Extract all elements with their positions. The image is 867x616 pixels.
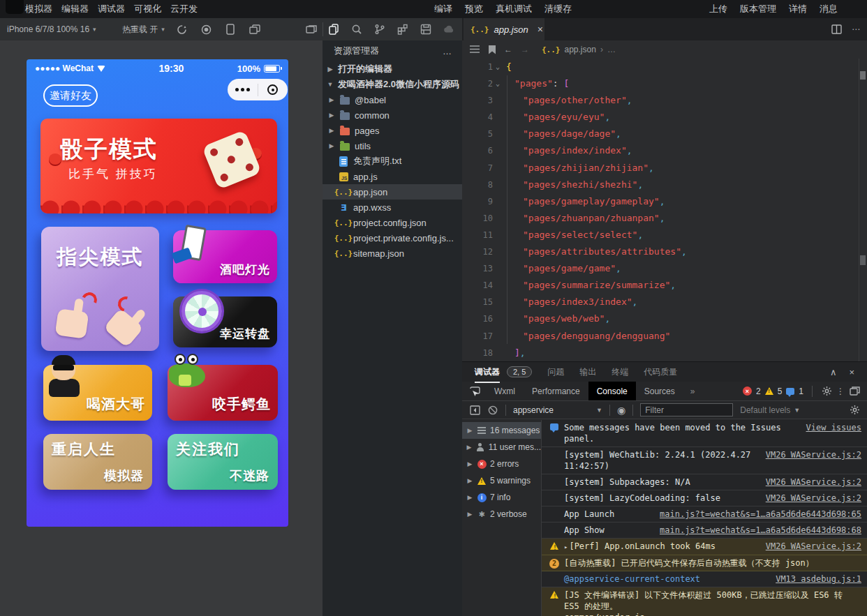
console-message[interactable]: App Showmain.js?t=wechat&s=1…a6a5d6de644… [542, 523, 867, 539]
detach-window-icon[interactable] [306, 24, 317, 35]
menu-item-云开发[interactable]: 云开发 [170, 3, 198, 15]
dock-side-icon[interactable] [849, 386, 860, 397]
more-actions-icon[interactable]: ⋯ [852, 24, 860, 34]
bookmark-icon[interactable] [489, 45, 496, 54]
split-editor-icon[interactable] [831, 24, 842, 35]
kebab-menu-icon[interactable]: ⋮ [836, 386, 845, 396]
tile-bar-lights[interactable]: 酒吧灯光 [173, 230, 277, 283]
console-filter-verbose[interactable]: ▶✱2 verbose [462, 506, 541, 523]
tab-app-json[interactable]: {..} app.json × [464, 18, 544, 40]
tab-终端[interactable]: 终端 [612, 366, 628, 378]
file-item-app.js[interactable]: JSapp.js [323, 169, 462, 184]
context-selector[interactable]: appservice ▼ [513, 405, 602, 415]
console-settings-icon[interactable] [849, 405, 860, 416]
menu-action-消息[interactable]: 消息 [820, 3, 838, 15]
console-filter-list[interactable]: ▶16 messages [462, 422, 541, 439]
fold-icon[interactable]: ⌄ [496, 59, 500, 75]
capsule-close-icon[interactable] [258, 84, 288, 95]
code-line-14[interactable]: 14"pages/summarize/summarize", [462, 277, 867, 294]
eye-icon[interactable]: ◉ [617, 405, 625, 416]
console-filter-warning[interactable]: ▶5 warnings [462, 472, 541, 489]
close-icon[interactable]: × [538, 24, 543, 35]
file-item-project.config.json[interactable]: {..}project.config.json [323, 215, 462, 230]
console-message[interactable]: 2[自动热重载] 已开启代码文件保存后自动热重载（不支持 json） [542, 555, 867, 571]
tab-输出[interactable]: 输出 [579, 366, 596, 378]
code-line-17[interactable]: 17"pages/dengguang/dengguang" [462, 328, 867, 345]
invite-friends-button[interactable]: 邀请好友 [43, 84, 98, 107]
file-item-utils[interactable]: ▶utils [323, 138, 462, 153]
inspect-element-icon[interactable] [469, 386, 480, 397]
search-icon[interactable] [351, 24, 362, 35]
source-link[interactable]: VM26 WAService.js:2 [759, 493, 861, 504]
source-link[interactable]: VM26 WAService.js:2 [759, 476, 861, 488]
fold-icon[interactable]: ⌄ [496, 75, 500, 92]
code-line-6[interactable]: 6"pages/index/index", [462, 142, 867, 159]
extensions-icon[interactable] [397, 24, 408, 35]
menu-item-编辑器[interactable]: 编辑器 [61, 3, 89, 15]
code-line-7[interactable]: 7"pages/zhijian/zhijian", [462, 160, 867, 176]
close-panel-icon[interactable]: × [849, 367, 854, 377]
tab-问题[interactable]: 问题 [547, 366, 564, 378]
menu-action-详情[interactable]: 详情 [789, 3, 807, 15]
cloud-icon[interactable] [443, 24, 454, 35]
tile-follow-us[interactable]: 关注我们 不迷路 [168, 434, 278, 490]
expand-icon[interactable]: ▸ [564, 543, 568, 550]
console-message[interactable]: ▸[Perf] App.onLaunch took 64msVM26 WASer… [542, 539, 867, 555]
log-levels-select[interactable]: Default levels ▼ [740, 405, 800, 415]
source-link[interactable]: VM13 asdebug.js:1 [769, 573, 861, 585]
file-item-sitemap.json[interactable]: {..}sitemap.json [323, 246, 462, 261]
tile-restart-life[interactable]: 重启人生 模拟器 [43, 434, 152, 490]
code-editor[interactable]: ← → {..} app.json › … 1⌄{2⌄"pages": [3"p… [462, 40, 867, 361]
code-line-12[interactable]: 12"pages/attributes/attributes", [462, 243, 867, 260]
file-item-@babel[interactable]: ▶@babel [323, 92, 462, 107]
source-link[interactable]: VM26 WAService.js:2 [759, 449, 861, 460]
capsule-more-icon[interactable] [228, 88, 258, 91]
more-tabs-icon[interactable]: » [683, 386, 702, 396]
refresh-icon[interactable] [176, 24, 187, 35]
menu-action-版本管理[interactable]: 版本管理 [740, 3, 776, 15]
settings-gear-icon[interactable] [821, 386, 832, 397]
file-item-app.json[interactable]: {..}app.json [323, 184, 462, 200]
console-message[interactable]: [system] WeChatLib: 2.24.1 (2022.4.27 11… [542, 447, 867, 474]
code-line-16[interactable]: 16"pages/web/web", [462, 310, 867, 327]
file-item-app.wxss[interactable]: Eapp.wxss [323, 200, 462, 215]
device-selector[interactable]: iPhone 6/7/8 100% 16 ▾ [7, 18, 96, 40]
devtools-tab-sources[interactable]: Sources [636, 382, 683, 400]
storage-icon[interactable] [420, 24, 431, 35]
code-line-9[interactable]: 9"pages/gameplay/gameplay", [462, 193, 867, 210]
file-item-project.private.config.js...[interactable]: {..}project.private.config.js... [323, 230, 462, 246]
code-line-3[interactable]: 3"pages/other/other", [462, 92, 867, 109]
file-item-pages[interactable]: ▶pages [323, 123, 462, 138]
console-message[interactable]: [JS 文件编译错误] 以下文件体积超过 500KB，已跳过压缩以及 ES6 转… [542, 587, 867, 616]
menu-action-上传[interactable]: 上传 [709, 3, 727, 15]
phone-icon[interactable] [225, 24, 236, 35]
collapse-panel-icon[interactable]: ∧ [830, 367, 837, 377]
console-filter-info[interactable]: ▶i7 info [462, 489, 541, 506]
code-area[interactable]: 1⌄{2⌄"pages": [3"pages/other/other",4"pa… [462, 59, 867, 361]
hot-reload-toggle[interactable]: 热重载 开 ▾ [122, 18, 165, 40]
tile-lucky-wheel[interactable]: 幸运转盘 [173, 296, 277, 347]
console-message[interactable]: [system] Subpackages: N/AVM26 WAService.… [542, 474, 867, 490]
breadcrumb-file[interactable]: app.json [565, 45, 596, 54]
menu-item-可视化[interactable]: 可视化 [134, 3, 161, 15]
code-line-8[interactable]: 8"pages/shezhi/shezhi", [462, 176, 867, 193]
multi-window-icon[interactable] [249, 24, 260, 35]
console-message[interactable]: [system] LazyCodeLoading: falseVM26 WASe… [542, 490, 867, 506]
breadcrumb-more[interactable]: … [607, 45, 616, 54]
console-filter-user[interactable]: ▶11 user mes... [462, 439, 541, 456]
console-message[interactable]: Some messages have been moved to the Iss… [542, 420, 867, 447]
menu-action-编译[interactable]: 编译 [434, 3, 452, 15]
menu-item-调试器[interactable]: 调试器 [98, 3, 125, 15]
code-line-2[interactable]: 2⌄"pages": [ [462, 75, 867, 92]
file-item-免责声明.txt[interactable]: 免责声明.txt [323, 153, 462, 169]
filter-input[interactable]: Filter [640, 403, 733, 416]
tab-代码质量[interactable]: 代码质量 [644, 366, 677, 378]
console-sidebar-toggle-icon[interactable] [469, 405, 480, 416]
forward-icon[interactable]: → [521, 45, 529, 54]
git-branch-icon[interactable] [374, 24, 385, 35]
outline-icon[interactable] [469, 44, 480, 55]
tile-drinking-brother[interactable]: 喝酒大哥 [43, 365, 152, 421]
console-message[interactable]: App Launchmain.js?t=wechat&s=1…a6a5d6de6… [542, 506, 867, 523]
record-icon[interactable] [200, 24, 212, 35]
source-link[interactable]: main.js?t=wechat&s=1…a6a5d6de6443d698:68 [653, 525, 861, 536]
